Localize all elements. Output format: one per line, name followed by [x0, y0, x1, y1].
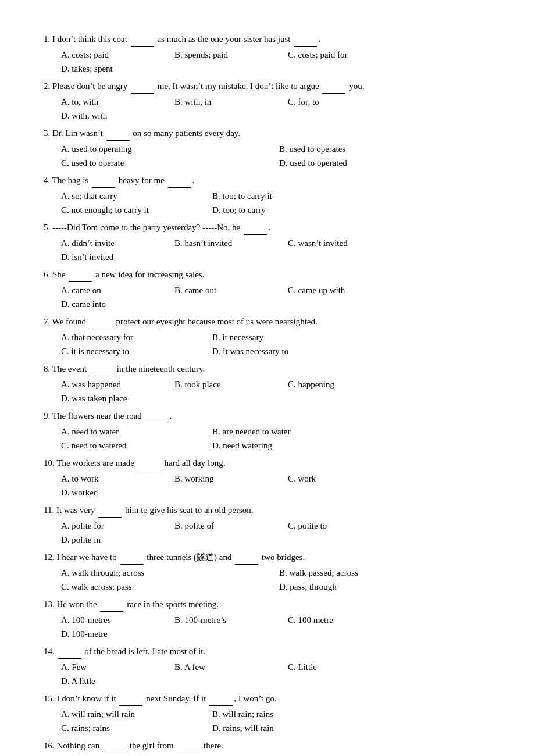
- option-15-3[interactable]: D. rains; will rain: [212, 721, 363, 735]
- option-14-3[interactable]: D. A little: [61, 674, 174, 688]
- question-text-4: 4. The bag is heavy for me .: [44, 173, 497, 188]
- options-line-14: A. FewB. A fewC. LittleD. A little: [44, 660, 497, 688]
- option-6-3[interactable]: D. came into: [61, 297, 174, 311]
- question-text-13: 13. He won the race in the sports meetin…: [44, 597, 497, 612]
- blank: [131, 32, 154, 47]
- option-8-3[interactable]: D. was taken place: [61, 391, 174, 405]
- option-2-0[interactable]: A. to, with: [61, 95, 174, 109]
- blank: [235, 550, 258, 565]
- question-text-16: 16. Nothing can the girl from there.: [44, 739, 497, 753]
- option-1-3[interactable]: D. takes; spent: [61, 62, 174, 76]
- option-6-0[interactable]: A. came on: [61, 283, 174, 297]
- blank: [244, 220, 267, 235]
- option-12-1[interactable]: B. walk passed; across: [279, 566, 497, 580]
- option-5-3[interactable]: D. isn’t invited: [61, 250, 174, 264]
- question-text-3: 3. Dr. Lin wasn’t on so many patients ev…: [44, 126, 497, 141]
- option-15-1[interactable]: B. will rain; rains: [212, 707, 363, 721]
- question-text-8: 8. The event in the nineteenth century.: [44, 362, 497, 376]
- option-9-2[interactable]: C. need to watered: [61, 438, 212, 452]
- option-9-1[interactable]: B. are needed to water: [212, 425, 363, 438]
- option-8-0[interactable]: A. was happened: [61, 377, 174, 391]
- option-9-0[interactable]: A. need to water: [61, 425, 212, 438]
- option-2-2[interactable]: C. for, to: [288, 95, 401, 109]
- option-7-1[interactable]: B. it necessary: [212, 330, 363, 344]
- option-7-2[interactable]: C. it is necessary to: [61, 344, 212, 358]
- option-10-2[interactable]: C. work: [288, 472, 401, 486]
- question-text-1: 1. I don’t think this coat as much as th…: [44, 32, 497, 47]
- option-2-3[interactable]: D. with, with: [61, 109, 174, 123]
- option-4-2[interactable]: C. not enough; to carry it: [61, 203, 212, 217]
- question-block-5: 5. -----Did Tom come to the party yester…: [44, 220, 497, 264]
- option-5-2[interactable]: C. wasn’t invited: [288, 236, 401, 250]
- options-line-11: A. polite forB. polite ofC. polite toD. …: [44, 519, 497, 547]
- question-block-9: 9. The flowers near the road .A. need to…: [44, 409, 497, 452]
- option-7-3[interactable]: D. it was necessary to: [212, 344, 363, 358]
- option-8-1[interactable]: B. took place: [174, 377, 288, 391]
- option-15-2[interactable]: C. rains; rains: [61, 721, 212, 735]
- option-14-1[interactable]: B. A few: [174, 660, 288, 674]
- options-line-2: A. to, withB. with, inC. for, toD. with,…: [44, 95, 497, 123]
- option-1-0[interactable]: A. costs; paid: [61, 48, 174, 62]
- question-block-11: 11. It was very him to give his seat to …: [44, 503, 497, 547]
- option-15-0[interactable]: A. will rain; will rain: [61, 707, 212, 721]
- blank: [98, 503, 122, 518]
- option-14-0[interactable]: A. Few: [61, 660, 174, 674]
- options-line-3: A. used to operatingB. used to operatesC…: [44, 142, 497, 170]
- option-13-0[interactable]: A. 100-metres: [61, 613, 174, 627]
- option-4-3[interactable]: D. too; to carry: [212, 203, 363, 217]
- blank: [103, 739, 126, 753]
- options-line-7: A. that necessary forB. it necessaryC. i…: [44, 330, 497, 358]
- option-6-2[interactable]: C. came up with: [288, 283, 401, 297]
- option-4-0[interactable]: A. so; that carry: [61, 189, 212, 203]
- question-block-1: 1. I don’t think this coat as much as th…: [44, 32, 497, 76]
- blank: [322, 79, 345, 94]
- blank: [100, 597, 123, 612]
- option-1-1[interactable]: B. spends; paid: [174, 48, 288, 62]
- option-3-0[interactable]: A. used to operating: [61, 142, 279, 156]
- option-4-1[interactable]: B. too; to carry it: [212, 189, 363, 203]
- question-block-13: 13. He won the race in the sports meetin…: [44, 597, 497, 641]
- blank: [106, 126, 130, 141]
- option-6-1[interactable]: B. came out: [174, 283, 288, 297]
- options-line-13: A. 100-metresB. 100-metre’sC. 100 metreD…: [44, 613, 497, 641]
- blank: [58, 644, 81, 659]
- option-11-1[interactable]: B. polite of: [174, 519, 288, 533]
- blank: [138, 456, 161, 470]
- options-line-9: A. need to waterB. are needed to waterC.…: [44, 425, 497, 452]
- options-line-5: A. didn’t inviteB. hasn’t invitedC. wasn…: [44, 236, 497, 264]
- option-11-0[interactable]: A. polite for: [61, 519, 174, 533]
- option-7-0[interactable]: A. that necessary for: [61, 330, 212, 344]
- option-10-0[interactable]: A. to work: [61, 472, 174, 486]
- options-line-4: A. so; that carryB. too; to carry itC. n…: [44, 189, 497, 217]
- question-block-15: 15. I don’t know if it next Sunday. If i…: [44, 691, 497, 735]
- option-3-2[interactable]: C. used to operate: [61, 156, 279, 170]
- option-5-0[interactable]: A. didn’t invite: [61, 236, 174, 250]
- question-block-2: 2. Please don’t be angry me. It wasn’t m…: [44, 79, 497, 123]
- blank: [119, 691, 142, 706]
- option-1-2[interactable]: C. costs; paid for: [288, 48, 401, 62]
- quiz-container: 1. I don’t think this coat as much as th…: [44, 32, 497, 756]
- question-text-10: 10. The workers are made hard all day lo…: [44, 456, 497, 470]
- option-8-2[interactable]: C. happening: [288, 377, 401, 391]
- question-block-7: 7. We found protect our eyesight because…: [44, 315, 497, 358]
- option-2-1[interactable]: B. with, in: [174, 95, 288, 109]
- blank: [120, 550, 144, 565]
- option-10-3[interactable]: D. worked: [61, 486, 174, 500]
- option-10-1[interactable]: B. working: [174, 472, 288, 486]
- option-11-3[interactable]: D. polite in: [61, 533, 174, 547]
- option-14-2[interactable]: C. Little: [288, 660, 401, 674]
- question-text-6: 6. She a new idea for increasing sales.: [44, 268, 497, 282]
- option-11-2[interactable]: C. polite to: [288, 519, 401, 533]
- question-block-12: 12. I hear we have to three tunnels (隧道)…: [44, 550, 497, 594]
- option-13-3[interactable]: D. 100-metre: [61, 627, 174, 641]
- option-12-3[interactable]: D. pass; through: [279, 580, 497, 594]
- option-12-0[interactable]: A. walk through; across: [61, 566, 279, 580]
- blank: [145, 409, 169, 423]
- option-5-1[interactable]: B. hasn’t invited: [174, 236, 288, 250]
- option-9-3[interactable]: D. need watering: [212, 438, 363, 452]
- option-13-1[interactable]: B. 100-metre’s: [174, 613, 288, 627]
- option-12-2[interactable]: C. walk across; pass: [61, 580, 279, 594]
- option-3-1[interactable]: B. used to operates: [279, 142, 497, 156]
- option-13-2[interactable]: C. 100 metre: [288, 613, 401, 627]
- option-3-3[interactable]: D. used to operated: [279, 156, 497, 170]
